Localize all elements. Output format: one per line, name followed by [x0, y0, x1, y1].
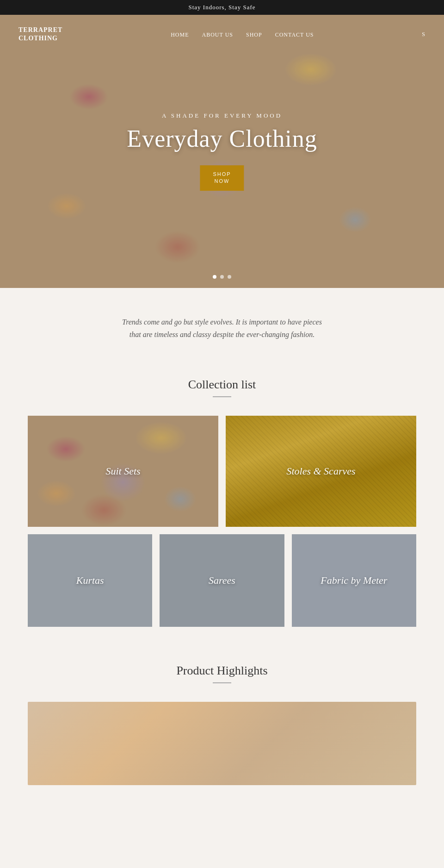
- highlights-section: Product Highlights: [0, 655, 444, 804]
- quote-section: Trends come and go but style evolves. It…: [0, 288, 444, 368]
- banner-text: Stay Indoors, Stay Safe: [188, 4, 255, 11]
- highlights-divider: [213, 682, 231, 683]
- collection-item-sarees[interactable]: Sarees: [160, 534, 284, 627]
- shop-now-button[interactable]: SHOP NOW: [200, 165, 244, 191]
- collection-title: Collection list: [28, 378, 416, 392]
- kurtas-label: Kurtas: [28, 534, 152, 627]
- collection-item-stoles[interactable]: Stoles & Scarves: [226, 416, 416, 527]
- collection-grid-top: Suit Sets Stoles & Scarves: [28, 416, 416, 527]
- sarees-label: Sarees: [160, 534, 284, 627]
- fabric-meter-label: Fabric by Meter: [292, 534, 416, 627]
- quote-text: Trends come and go but style evolves. It…: [92, 316, 352, 341]
- collection-item-suit-sets[interactable]: Suit Sets: [28, 416, 218, 527]
- collection-item-fabric[interactable]: Fabric by Meter: [292, 534, 416, 627]
- dot-2[interactable]: [220, 275, 224, 279]
- dot-1[interactable]: [213, 275, 216, 279]
- hero-dots: [213, 275, 231, 279]
- highlight-card-1: [28, 702, 416, 785]
- collection-item-kurtas[interactable]: Kurtas: [28, 534, 152, 627]
- top-banner: Stay Indoors, Stay Safe: [0, 0, 444, 15]
- collection-divider: [213, 396, 231, 397]
- suit-sets-label: Suit Sets: [28, 416, 218, 527]
- navbar: TERRAPRET CLOTHING HOME ABOUT US SHOP CO…: [0, 26, 444, 43]
- nav-home[interactable]: HOME: [171, 31, 189, 38]
- highlights-title: Product Highlights: [28, 664, 416, 678]
- hero-subtitle: A SHADE FOR EVERY MOOD: [127, 112, 317, 119]
- nav-links: HOME ABOUT US SHOP CONTACT US: [171, 30, 314, 38]
- stoles-label: Stoles & Scarves: [226, 416, 416, 527]
- hero-title: Everyday Clothing: [127, 125, 317, 152]
- logo[interactable]: TERRAPRET CLOTHING: [18, 26, 62, 43]
- dot-3[interactable]: [228, 275, 231, 279]
- nav-contact[interactable]: CONTACT US: [275, 31, 314, 38]
- nav-about[interactable]: ABOUT US: [202, 31, 233, 38]
- collection-grid-bottom: Kurtas Sarees Fabric by Meter: [28, 534, 416, 627]
- cart-icon[interactable]: S: [422, 31, 426, 38]
- collection-section: Collection list Suit Sets Stoles & Scarv…: [0, 368, 444, 655]
- hero-content: A SHADE FOR EVERY MOOD Everyday Clothing…: [127, 112, 317, 191]
- nav-shop[interactable]: SHOP: [246, 31, 262, 38]
- hero-section: TERRAPRET CLOTHING HOME ABOUT US SHOP CO…: [0, 15, 444, 288]
